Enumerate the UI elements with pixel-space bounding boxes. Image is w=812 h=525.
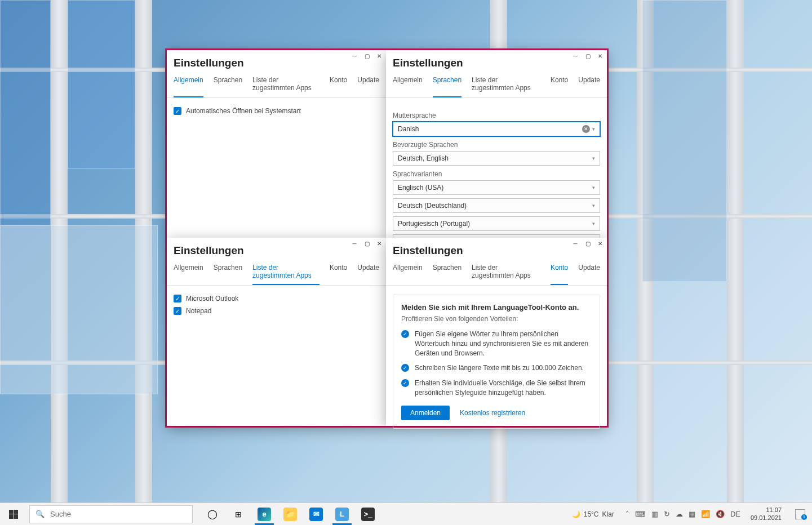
close-button[interactable]: ✕: [374, 239, 385, 248]
tray-volume-icon[interactable]: 🔇: [716, 510, 725, 518]
preferred-languages-value: Deutsch, English: [398, 154, 449, 162]
login-card-title: Melden Sie sich mit Ihrem LanguageTool-K…: [401, 303, 592, 312]
autostart-checkbox[interactable]: ✓: [174, 107, 181, 115]
tab-account[interactable]: Konto: [551, 260, 568, 285]
tab-account[interactable]: Konto: [330, 73, 347, 97]
moon-icon: 🌙: [572, 510, 580, 518]
check-icon: ✓: [401, 379, 409, 387]
task-view-button[interactable]: ◯: [199, 503, 225, 525]
taskbar: 🔍 Suche ◯ ⊞ e 📁 ✉ L >_ 🌙 15°C Klar ˄ ⌨ ▥…: [0, 502, 812, 525]
languagetool-icon: L: [335, 508, 349, 521]
preferred-languages-label: Bevorzugte Sprachen: [393, 141, 600, 149]
minimize-button[interactable]: ─: [570, 51, 581, 60]
settings-window-apps: ─ ▢ ✕ Einstellungen Allgemein Sprachen L…: [167, 238, 386, 426]
tray-language[interactable]: DE: [730, 510, 740, 518]
app-item-label: Notepad: [186, 307, 211, 315]
search-placeholder: Suche: [50, 510, 71, 518]
tray-cloud-icon[interactable]: ☁: [676, 510, 683, 518]
search-icon: 🔍: [36, 510, 45, 518]
settings-window-languages: ─ ▢ ✕ Einstellungen Allgemein Sprachen L…: [386, 50, 607, 238]
tab-general[interactable]: Allgemein: [393, 260, 423, 285]
maximize-button[interactable]: ▢: [361, 239, 372, 248]
clock-date: 09.01.2021: [751, 514, 782, 522]
clock-time: 11:07: [751, 506, 782, 514]
register-link[interactable]: Kostenlos registrieren: [460, 409, 525, 417]
file-explorer-button[interactable]: 📁: [277, 503, 303, 525]
weather-widget[interactable]: 🌙 15°C Klar: [566, 510, 620, 518]
languagetool-button[interactable]: L: [329, 503, 355, 525]
variants-label: Sprachvarianten: [393, 170, 600, 178]
tab-languages[interactable]: Sprachen: [433, 73, 462, 97]
tab-update[interactable]: Update: [357, 73, 379, 97]
tab-account[interactable]: Konto: [551, 73, 568, 97]
mother-tongue-select[interactable]: Danish ✕▾: [393, 122, 600, 136]
check-icon: ✓: [401, 364, 409, 372]
tray-onedrive-icon[interactable]: ▥: [651, 510, 658, 518]
mother-tongue-label: Muttersprache: [393, 112, 600, 119]
close-button[interactable]: ✕: [594, 239, 606, 248]
tray-keyboard-icon[interactable]: ⌨: [635, 510, 646, 518]
tab-apps[interactable]: Liste der zugestimmten Apps: [472, 73, 540, 97]
app-checkbox-outlook[interactable]: ✓: [174, 295, 181, 302]
variant-select-2[interactable]: Portugiesisch (Portugal)▾: [393, 216, 600, 231]
app-checkbox-notepad[interactable]: ✓: [174, 307, 181, 315]
preferred-languages-select[interactable]: Deutsch, English ▾: [393, 151, 600, 166]
edge-icon: e: [258, 508, 271, 521]
chevron-down-icon: ▾: [592, 126, 595, 132]
maximize-button[interactable]: ▢: [582, 239, 593, 248]
search-box[interactable]: 🔍 Suche: [29, 505, 193, 523]
benefit-text: Fügen Sie eigene Wörter zu Ihrem persönl…: [415, 330, 592, 358]
close-button[interactable]: ✕: [594, 51, 606, 60]
tab-apps[interactable]: Liste der zugestimmten Apps: [252, 260, 320, 285]
desktop-wallpaper: ─ ▢ ✕ Einstellungen Allgemein Sprachen L…: [0, 0, 812, 502]
chevron-down-icon: ▾: [592, 221, 595, 226]
tray-sync-icon[interactable]: ↻: [664, 510, 670, 518]
chevron-down-icon: ▾: [592, 155, 595, 161]
maximize-button[interactable]: ▢: [582, 51, 593, 60]
tab-languages[interactable]: Sprachen: [433, 260, 462, 285]
benefit-text: Erhalten Sie individuelle Vorschläge, di…: [415, 379, 592, 398]
minimize-button[interactable]: ─: [349, 51, 360, 60]
variant-select-1[interactable]: Deutsch (Deutschland)▾: [393, 198, 600, 213]
tab-account[interactable]: Konto: [330, 260, 347, 285]
tab-general[interactable]: Allgemein: [393, 73, 423, 97]
minimize-button[interactable]: ─: [349, 239, 360, 248]
windows-logo-icon: [9, 510, 18, 519]
tab-general[interactable]: Allgemein: [174, 260, 203, 285]
terminal-button[interactable]: >_: [355, 503, 381, 525]
tab-apps[interactable]: Liste der zugestimmten Apps: [252, 73, 320, 97]
tab-languages[interactable]: Sprachen: [214, 260, 242, 285]
maximize-button[interactable]: ▢: [361, 51, 372, 60]
start-button[interactable]: [0, 503, 27, 525]
settings-window-general: ─ ▢ ✕ Einstellungen Allgemein Sprachen L…: [167, 50, 386, 238]
cortana-button[interactable]: ⊞: [225, 503, 251, 525]
tray-app-icon[interactable]: ▦: [689, 510, 695, 518]
notification-center-button[interactable]: [795, 509, 805, 519]
tray-wifi-icon[interactable]: 📶: [701, 510, 710, 518]
tab-update[interactable]: Update: [357, 260, 379, 285]
autostart-label: Automatisches Öffnen bei Systemstart: [186, 107, 301, 115]
mother-tongue-value: Danish: [398, 125, 419, 133]
tab-update[interactable]: Update: [578, 260, 600, 285]
task-icon: ⊞: [235, 510, 242, 519]
app-item-label: Microsoft Outlook: [186, 295, 238, 302]
close-button[interactable]: ✕: [374, 51, 385, 60]
chevron-down-icon: ▾: [592, 203, 595, 208]
clock[interactable]: 11:07 09.01.2021: [746, 506, 786, 521]
tab-apps[interactable]: Liste der zugestimmten Apps: [472, 260, 540, 285]
login-button[interactable]: Anmelden: [401, 406, 450, 420]
tab-update[interactable]: Update: [578, 73, 600, 97]
tray-chevron-icon[interactable]: ˄: [625, 510, 629, 518]
variant-select-0[interactable]: Englisch (USA)▾: [393, 180, 600, 195]
benefit-text: Schreiben Sie längere Texte mit bis zu 1…: [415, 363, 584, 373]
clear-icon[interactable]: ✕: [582, 125, 590, 133]
login-card-subtitle: Profitieren Sie von folgenden Vorteilen:: [401, 315, 592, 323]
mail-icon: ✉: [309, 508, 323, 521]
chevron-down-icon: ▾: [592, 185, 595, 190]
tab-languages[interactable]: Sprachen: [214, 73, 242, 97]
minimize-button[interactable]: ─: [570, 239, 581, 248]
tab-general[interactable]: Allgemein: [174, 73, 203, 97]
edge-browser-button[interactable]: e: [251, 503, 277, 525]
terminal-icon: >_: [361, 508, 375, 521]
mail-button[interactable]: ✉: [303, 503, 329, 525]
